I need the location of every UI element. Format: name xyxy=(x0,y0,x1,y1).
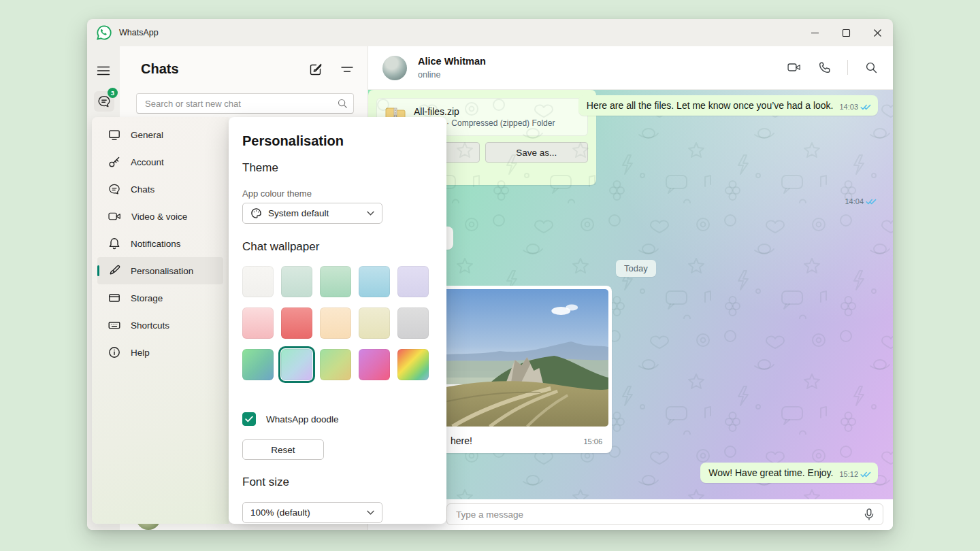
chat-bubble-icon xyxy=(108,183,120,195)
font-size-dropdown[interactable]: 100% (default) xyxy=(242,502,382,523)
settings-nav-label: General xyxy=(131,130,163,140)
wallpaper-swatch-grid xyxy=(242,266,429,380)
wallpaper-swatch-purple-pink[interactable] xyxy=(359,349,390,380)
minimize-icon xyxy=(811,29,819,37)
filter-icon xyxy=(341,63,353,76)
wallpaper-swatch-coral-red[interactable] xyxy=(281,307,312,339)
settings-nav-help[interactable]: Help xyxy=(97,339,223,366)
settings-nav-label: Account xyxy=(131,157,164,167)
wallpaper-swatch-green-blue[interactable] xyxy=(242,349,274,380)
window-controls xyxy=(799,19,893,46)
settings-nav-chats[interactable]: Chats xyxy=(97,176,223,203)
theme-dropdown[interactable]: System default xyxy=(242,203,382,224)
header-divider xyxy=(847,60,848,75)
settings-nav-video-voice[interactable]: Video & voice xyxy=(97,203,223,230)
settings-nav-label: Shortcuts xyxy=(131,320,169,331)
wallpaper-swatch-peach[interactable] xyxy=(320,307,351,339)
wallpaper-swatch-green-yellow[interactable] xyxy=(320,349,351,380)
chats-nav-button[interactable]: 3 xyxy=(94,91,114,112)
menu-button[interactable] xyxy=(97,64,110,78)
monitor-icon xyxy=(108,129,120,141)
message-input[interactable] xyxy=(446,503,883,525)
message-incoming-image: here! 15:06 xyxy=(422,286,612,453)
video-call-button[interactable] xyxy=(787,61,801,74)
microphone-icon[interactable] xyxy=(864,508,875,521)
contact-name: Alice Whitman xyxy=(418,56,486,67)
settings-panel: Personalisation Theme App colour theme S… xyxy=(229,117,446,524)
key-icon xyxy=(108,156,120,168)
wallpaper-swatch-rainbow[interactable] xyxy=(397,349,429,380)
wallpaper-swatch-cream[interactable] xyxy=(359,307,390,339)
wallpaper-swatch-default-light[interactable] xyxy=(242,266,274,297)
keyboard-icon xyxy=(108,319,120,331)
filter-chats-button[interactable] xyxy=(340,63,354,76)
settings-nav-shortcuts[interactable]: Shortcuts xyxy=(97,312,223,339)
settings-nav-general[interactable]: General xyxy=(97,121,223,148)
close-button[interactable] xyxy=(862,19,893,46)
settings-nav-storage[interactable]: Storage xyxy=(97,284,223,312)
search-icon xyxy=(337,98,348,109)
settings-nav-label: Notifications xyxy=(131,239,181,249)
wallpaper-swatch-mint-green[interactable] xyxy=(320,266,351,297)
new-chat-button[interactable] xyxy=(309,63,323,76)
chat-wallpaper-heading: Chat wallpaper xyxy=(242,240,319,254)
settings-nav: General Account Chats Video & voice Noti… xyxy=(92,117,229,524)
message-outgoing: Wow! Have great time. Enjoy. 15:12 xyxy=(700,463,878,483)
unread-count-badge: 3 xyxy=(108,88,118,98)
message-meta: 14:04 xyxy=(845,197,877,205)
chevron-down-icon xyxy=(367,211,374,216)
message-time: 15:12 xyxy=(839,470,858,478)
message-meta: 15:12 xyxy=(839,470,871,478)
message-time: 14:03 xyxy=(839,103,858,111)
chevron-down-icon xyxy=(367,510,374,515)
wallpaper-swatch-pink[interactable] xyxy=(242,307,274,339)
compose-icon xyxy=(309,63,323,76)
settings-nav-label: Storage xyxy=(131,293,163,303)
maximize-button[interactable] xyxy=(830,19,862,46)
message-time: 14:04 xyxy=(845,197,864,205)
bell-icon xyxy=(108,237,120,250)
search-input[interactable] xyxy=(136,93,354,114)
message-time: 15:06 xyxy=(583,437,602,446)
app-window: WhatsApp 3 Chats xyxy=(87,19,893,530)
reset-button[interactable]: Reset xyxy=(242,439,324,460)
contact-avatar[interactable] xyxy=(382,56,407,80)
search-in-chat-button[interactable] xyxy=(864,61,878,74)
doodle-checkbox[interactable] xyxy=(242,412,256,426)
wallpaper-swatch-lavender[interactable] xyxy=(397,266,429,297)
chats-panel-actions xyxy=(309,63,354,76)
doodle-setting-row: WhatsApp doodle xyxy=(242,412,339,426)
storage-card-icon xyxy=(108,292,120,304)
info-icon xyxy=(108,346,120,358)
chat-search xyxy=(136,93,354,114)
chats-panel-title: Chats xyxy=(141,61,179,77)
wallpaper-swatch-mint-lavender[interactable] xyxy=(281,349,312,380)
wallpaper-swatch-sky-blue[interactable] xyxy=(359,266,390,297)
chat-wallpaper: Here are all the files. Let me know once… xyxy=(368,90,893,499)
settings-nav-label: Video & voice xyxy=(131,212,187,222)
settings-nav-account[interactable]: Account xyxy=(97,148,223,176)
minimize-button[interactable] xyxy=(799,19,830,46)
wallpaper-swatch-sage[interactable] xyxy=(281,266,312,297)
voice-call-button[interactable] xyxy=(817,61,831,74)
video-camera-icon xyxy=(108,211,121,222)
mountain-photo[interactable] xyxy=(425,289,608,427)
contact-status: online xyxy=(418,70,440,80)
palette-icon xyxy=(250,207,262,219)
message-text: Here are all the files. Let me know once… xyxy=(587,100,834,111)
chat-area: Alice Whitman online xyxy=(368,46,893,530)
phone-icon xyxy=(818,61,831,74)
settings-nav-label: Chats xyxy=(131,184,154,195)
app-colour-theme-label: App colour theme xyxy=(242,188,312,199)
message-outgoing: Here are all the files. Let me know once… xyxy=(578,95,878,116)
app-title: WhatsApp xyxy=(119,28,159,37)
settings-nav-personalisation[interactable]: Personalisation xyxy=(97,257,223,284)
image-caption: here! xyxy=(451,435,472,446)
settings-title: Personalisation xyxy=(242,133,344,149)
search-icon xyxy=(865,61,877,73)
settings-nav-notifications[interactable]: Notifications xyxy=(97,230,223,257)
maximize-icon xyxy=(842,29,851,37)
read-receipt-icon xyxy=(866,198,877,205)
hamburger-icon xyxy=(97,64,110,78)
wallpaper-swatch-grey[interactable] xyxy=(397,307,429,339)
